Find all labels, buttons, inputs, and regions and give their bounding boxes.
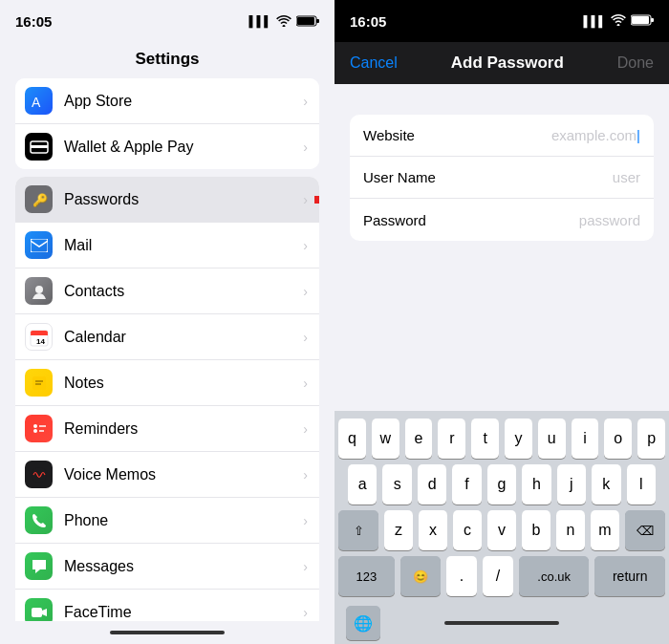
red-arrow-icon xyxy=(314,186,319,213)
password-form: Website example.com User Name user Passw… xyxy=(350,115,654,241)
key-l[interactable]: l xyxy=(627,464,656,504)
keyboard: q w e r t y u i o p a s d f g h j k l ⇧ … xyxy=(334,411,669,644)
notes-icon xyxy=(25,369,53,397)
password-value[interactable]: password xyxy=(449,212,640,228)
key-o[interactable]: o xyxy=(604,419,632,459)
key-j[interactable]: j xyxy=(557,464,586,504)
sidebar-item-contacts[interactable]: Contacts › xyxy=(15,268,319,314)
appstore-icon: A xyxy=(25,87,53,115)
svg-rect-42 xyxy=(651,18,654,22)
right-panel: 16:05 ▌▌▌ Cancel Add Password Done Websi… xyxy=(334,0,669,644)
sidebar-item-appstore[interactable]: A App Store › xyxy=(15,78,319,124)
svg-marker-7 xyxy=(314,192,319,207)
right-signal-icon: ▌▌▌ xyxy=(584,15,606,27)
username-value[interactable]: user xyxy=(449,169,640,185)
passwords-chevron: › xyxy=(303,192,308,207)
shift-key[interactable]: ⇧ xyxy=(338,510,378,550)
messages-chevron: › xyxy=(303,559,308,574)
reminders-chevron: › xyxy=(303,421,308,437)
phone-icon xyxy=(25,506,53,534)
facetime-label: FaceTime xyxy=(64,604,297,621)
sidebar-item-notes[interactable]: Notes › xyxy=(15,360,319,406)
reminders-icon xyxy=(25,415,53,442)
slash-key[interactable]: / xyxy=(483,556,513,596)
battery-icon xyxy=(296,13,319,30)
right-home-indicator xyxy=(444,621,559,625)
right-status-icons: ▌▌▌ xyxy=(584,12,654,30)
key-f[interactable]: f xyxy=(452,464,481,504)
sidebar-item-passwords[interactable]: 🔑 Passwords › xyxy=(15,177,319,223)
emoji-key[interactable]: 😊 xyxy=(400,556,441,596)
key-i[interactable]: i xyxy=(572,419,599,459)
key-g[interactable]: g xyxy=(487,464,516,504)
keyboard-row-1: q w e r t y u i o p xyxy=(338,419,665,459)
reminders-label: Reminders xyxy=(64,420,297,438)
key-p[interactable]: p xyxy=(637,419,665,459)
key-m[interactable]: m xyxy=(591,510,619,550)
key-w[interactable]: w xyxy=(372,419,399,459)
nav-title: Add Password xyxy=(451,54,564,73)
done-button[interactable]: Done xyxy=(617,54,654,72)
key-u[interactable]: u xyxy=(538,419,566,459)
key-b[interactable]: b xyxy=(522,510,550,550)
sidebar-item-mail[interactable]: Mail › xyxy=(15,223,319,268)
key-a[interactable]: a xyxy=(348,464,377,504)
wallet-icon xyxy=(25,133,53,161)
key-e[interactable]: e xyxy=(405,419,433,459)
svg-rect-1 xyxy=(297,17,314,25)
sidebar-item-facetime[interactable]: FaceTime › xyxy=(15,590,319,621)
svg-point-10 xyxy=(35,286,43,293)
key-t[interactable]: t xyxy=(471,419,499,459)
cancel-button[interactable]: Cancel xyxy=(350,54,398,72)
settings-title: Settings xyxy=(0,42,334,78)
phone-chevron: › xyxy=(303,513,308,528)
notes-chevron: › xyxy=(303,376,308,391)
key-s[interactable]: s xyxy=(382,464,411,504)
key-y[interactable]: y xyxy=(505,419,532,459)
key-n[interactable]: n xyxy=(556,510,585,550)
key-d[interactable]: d xyxy=(418,464,446,504)
globe-key[interactable]: 🌐 xyxy=(346,606,380,640)
website-value[interactable]: example.com xyxy=(449,127,640,143)
username-field[interactable]: User Name user xyxy=(350,157,654,199)
period-key[interactable]: . xyxy=(446,556,477,596)
key-k[interactable]: k xyxy=(592,464,620,504)
calendar-icon: 14 xyxy=(25,323,53,351)
key-x[interactable]: x xyxy=(419,510,447,550)
sidebar-item-messages[interactable]: Messages › xyxy=(15,544,319,590)
contacts-label: Contacts xyxy=(64,283,297,300)
sidebar-item-wallet[interactable]: Wallet & Apple Pay › xyxy=(15,124,319,169)
sidebar-item-reminders[interactable]: Reminders › xyxy=(15,406,319,452)
passwords-icon: 🔑 xyxy=(25,185,53,213)
numbers-key[interactable]: 123 xyxy=(338,556,395,596)
sidebar-item-phone[interactable]: Phone › xyxy=(15,498,319,544)
key-c[interactable]: c xyxy=(453,510,482,550)
svg-point-19 xyxy=(33,429,37,433)
form-spacer xyxy=(334,248,669,411)
phone-label: Phone xyxy=(64,512,297,529)
mail-icon xyxy=(25,231,53,259)
password-label: Password xyxy=(363,212,449,228)
key-r[interactable]: r xyxy=(438,419,465,459)
right-time: 16:05 xyxy=(350,13,386,30)
voicememos-icon xyxy=(25,461,53,488)
keyboard-bottom-row: 🌐 xyxy=(338,602,665,640)
key-q[interactable]: q xyxy=(338,419,366,459)
website-field[interactable]: Website example.com xyxy=(350,115,654,157)
left-status-icons: ▌▌▌ xyxy=(249,13,319,30)
left-panel: 16:05 ▌▌▌ Settings A App Store › xyxy=(0,0,334,644)
svg-rect-8 xyxy=(31,239,48,252)
key-z[interactable]: z xyxy=(384,510,413,550)
key-h[interactable]: h xyxy=(522,464,550,504)
delete-key[interactable]: ⌫ xyxy=(625,510,665,550)
return-key[interactable]: return xyxy=(594,556,665,596)
voicememos-label: Voice Memos xyxy=(64,466,297,483)
notes-label: Notes xyxy=(64,375,297,392)
couk-key[interactable]: .co.uk xyxy=(519,556,590,596)
password-field[interactable]: Password password xyxy=(350,199,654,241)
mail-chevron: › xyxy=(303,238,308,253)
sidebar-item-voicememos[interactable]: Voice Memos › xyxy=(15,452,319,498)
sidebar-item-calendar[interactable]: 14 Calendar › xyxy=(15,314,319,360)
key-v[interactable]: v xyxy=(487,510,516,550)
signal-icon: ▌▌▌ xyxy=(249,15,271,27)
